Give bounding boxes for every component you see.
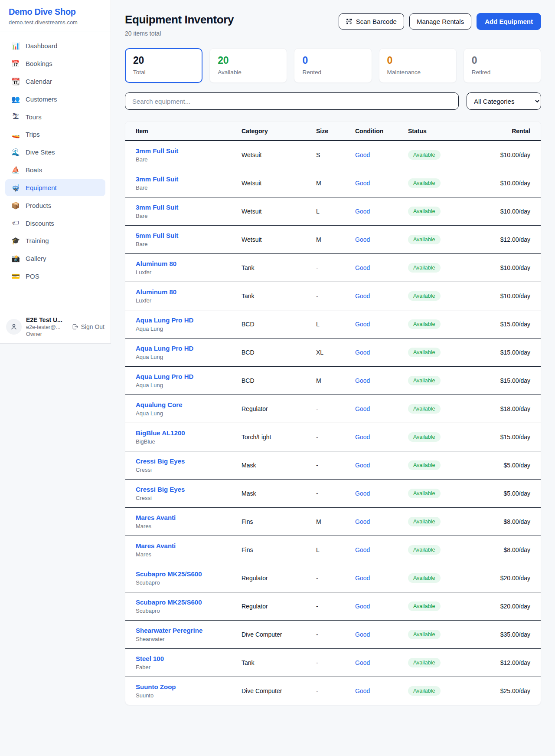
condition-link[interactable]: Good xyxy=(355,349,370,356)
sidebar-item-training[interactable]: 🎓Training xyxy=(5,232,105,249)
item-name-link[interactable]: Aluminum 80 xyxy=(136,288,242,296)
sidebar-item-tours[interactable]: 🏝Tours xyxy=(5,108,105,125)
sidebar-item-label: Dive Sites xyxy=(26,148,55,156)
item-name-link[interactable]: Aqua Lung Pro HD xyxy=(136,373,242,380)
cell-rental-price: $10.00/day xyxy=(473,254,541,282)
cell-size: - xyxy=(316,564,355,592)
condition-link[interactable]: Good xyxy=(355,293,370,299)
cell-size: M xyxy=(316,226,355,254)
stat-card-rented[interactable]: 0Rented xyxy=(294,48,372,83)
item-name-link[interactable]: BigBlue AL1200 xyxy=(136,429,242,437)
cell-condition: Good xyxy=(355,621,408,649)
condition-link[interactable]: Good xyxy=(355,405,370,412)
table-row: Mares AvantiMaresFinsMGoodAvailable$8.00… xyxy=(125,508,541,536)
sidebar-item-dive-sites[interactable]: 🌊Dive Sites xyxy=(5,144,105,161)
condition-link[interactable]: Good xyxy=(355,151,370,158)
cell-status: Available xyxy=(408,480,473,508)
table-row: Shearwater PeregrineShearwaterDive Compu… xyxy=(125,621,541,649)
cell-size: - xyxy=(316,282,355,310)
status-badge: Available xyxy=(408,178,441,188)
sidebar-item-customers[interactable]: 👥Customers xyxy=(5,91,105,108)
sidebar-item-boats[interactable]: ⛵Boats xyxy=(5,161,105,178)
item-name-link[interactable]: Cressi Big Eyes xyxy=(136,457,242,465)
search-input[interactable] xyxy=(125,92,459,110)
item-name-link[interactable]: Mares Avanti xyxy=(136,514,242,521)
cell-item: Aqua Lung Pro HDAqua Lung xyxy=(125,339,242,367)
item-name-link[interactable]: Cressi Big Eyes xyxy=(136,486,242,493)
item-name-link[interactable]: Steel 100 xyxy=(136,655,242,662)
sign-out-button[interactable]: Sign Out xyxy=(72,323,104,330)
item-brand: Bare xyxy=(136,213,242,219)
condition-link[interactable]: Good xyxy=(355,490,370,497)
wave-icon: 🌊 xyxy=(11,148,20,156)
condition-link[interactable]: Good xyxy=(355,377,370,384)
condition-link[interactable]: Good xyxy=(355,687,370,694)
sidebar-item-calendar[interactable]: 📆Calendar xyxy=(5,73,105,90)
item-name-link[interactable]: Scubapro MK25/S600 xyxy=(136,598,242,606)
table-row: Cressi Big EyesCressiMask-GoodAvailable$… xyxy=(125,451,541,480)
table-row: 3mm Full SuitBareWetsuitLGoodAvailable$1… xyxy=(125,197,541,226)
sidebar-item-pos[interactable]: 💳POS xyxy=(5,268,105,285)
condition-link[interactable]: Good xyxy=(355,575,370,582)
item-name-link[interactable]: Aqua Lung Pro HD xyxy=(136,316,242,324)
condition-link[interactable]: Good xyxy=(355,180,370,187)
sidebar-item-equipment[interactable]: 🤿Equipment xyxy=(5,179,105,196)
condition-link[interactable]: Good xyxy=(355,603,370,610)
condition-link[interactable]: Good xyxy=(355,434,370,440)
cell-item: 5mm Full SuitBare xyxy=(125,226,242,254)
sidebar-item-bookings[interactable]: 📅Bookings xyxy=(5,55,105,72)
category-select[interactable]: All Categories xyxy=(467,92,541,110)
item-name-link[interactable]: 3mm Full Suit xyxy=(136,147,242,154)
status-badge: Available xyxy=(408,517,441,526)
column-header-status: Status xyxy=(408,122,473,141)
condition-link[interactable]: Good xyxy=(355,321,370,328)
stat-card-retired[interactable]: 0Retired xyxy=(464,48,541,83)
sidebar-item-products[interactable]: 📦Products xyxy=(5,197,105,214)
sign-out-label: Sign Out xyxy=(81,323,104,330)
equipment-table-card: Item Category Size Condition Status Rent… xyxy=(125,121,541,705)
stat-card-total[interactable]: 20Total xyxy=(125,48,202,83)
cell-condition: Good xyxy=(355,592,408,621)
condition-link[interactable]: Good xyxy=(355,546,370,553)
stat-card-maintenance[interactable]: 0Maintenance xyxy=(379,48,457,83)
sidebar-item-trips[interactable]: 🚤Trips xyxy=(5,126,105,143)
condition-link[interactable]: Good xyxy=(355,631,370,638)
sidebar-item-discounts[interactable]: 🏷Discounts xyxy=(5,215,105,231)
status-badge: Available xyxy=(408,348,441,357)
cell-rental-price: $8.00/day xyxy=(473,508,541,536)
equipment-table: Item Category Size Condition Status Rent… xyxy=(125,122,541,705)
item-name-link[interactable]: 3mm Full Suit xyxy=(136,175,242,183)
status-badge: Available xyxy=(408,376,441,385)
column-header-condition: Condition xyxy=(355,122,408,141)
sidebar-item-dashboard[interactable]: 📊Dashboard xyxy=(5,37,105,54)
item-name-link[interactable]: Shearwater Peregrine xyxy=(136,627,242,634)
scan-barcode-label: Scan Barcode xyxy=(356,18,397,25)
item-name-link[interactable]: Scubapro MK25/S600 xyxy=(136,570,242,578)
item-name-link[interactable]: Mares Avanti xyxy=(136,542,242,549)
add-equipment-button[interactable]: Add Equipment xyxy=(477,13,541,30)
sidebar-item-gallery[interactable]: 📸Gallery xyxy=(5,250,105,267)
calendar-date-icon: 📅 xyxy=(11,59,20,68)
stat-card-available[interactable]: 20Available xyxy=(209,48,287,83)
condition-link[interactable]: Good xyxy=(355,462,370,469)
condition-link[interactable]: Good xyxy=(355,518,370,525)
item-name-link[interactable]: Aluminum 80 xyxy=(136,260,242,267)
scan-barcode-button[interactable]: Scan Barcode xyxy=(339,13,404,30)
condition-link[interactable]: Good xyxy=(355,264,370,271)
item-name-link[interactable]: 5mm Full Suit xyxy=(136,232,242,239)
condition-link[interactable]: Good xyxy=(355,659,370,666)
shop-domain: demo.test.divestreams.com xyxy=(9,19,102,26)
cell-status: Available xyxy=(408,254,473,282)
shop-name[interactable]: Demo Dive Shop xyxy=(9,7,102,17)
item-name-link[interactable]: Aqualung Core xyxy=(136,401,242,408)
user-role: Owner xyxy=(26,331,67,337)
item-name-link[interactable]: Suunto Zoop xyxy=(136,683,242,690)
condition-link[interactable]: Good xyxy=(355,208,370,215)
condition-link[interactable]: Good xyxy=(355,236,370,243)
manage-rentals-button[interactable]: Manage Rentals xyxy=(409,13,471,30)
table-row: Scubapro MK25/S600ScubaproRegulator-Good… xyxy=(125,564,541,592)
item-brand: Bare xyxy=(136,241,242,247)
item-name-link[interactable]: 3mm Full Suit xyxy=(136,204,242,211)
item-name-link[interactable]: Aqua Lung Pro HD xyxy=(136,345,242,352)
item-brand: Shearwater xyxy=(136,636,242,642)
